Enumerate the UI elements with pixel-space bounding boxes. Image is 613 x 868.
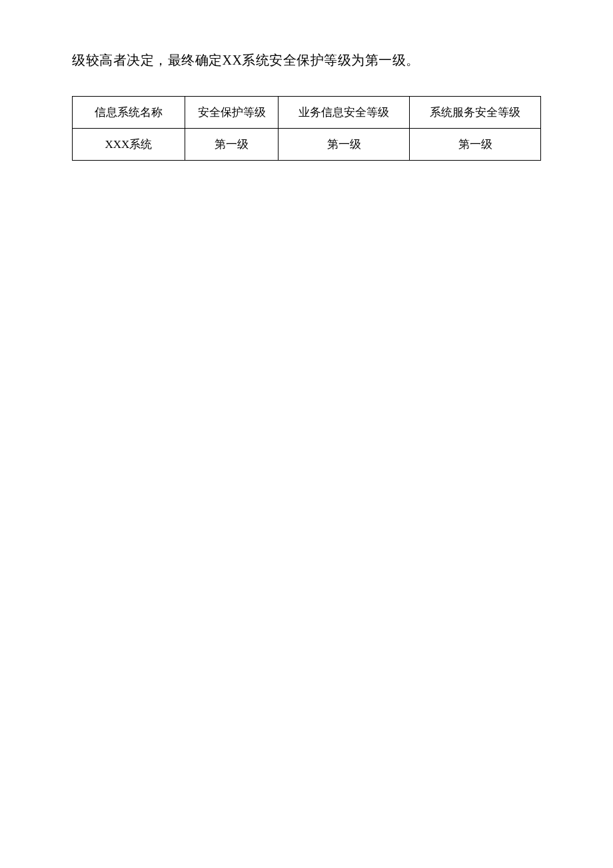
table-header-row: 信息系统名称 安全保护等级 业务信息安全等级 系统服务安全等级: [73, 97, 541, 129]
cell-business-info-level: 第一级: [279, 129, 410, 161]
cell-protection-level: 第一级: [185, 129, 279, 161]
header-service-level: 系统服务安全等级: [410, 97, 541, 129]
table-row: XXX系统 第一级 第一级 第一级: [73, 129, 541, 161]
security-level-table: 信息系统名称 安全保护等级 业务信息安全等级 系统服务安全等级 XXX系统 第一…: [72, 96, 541, 161]
cell-system-name: XXX系统: [73, 129, 185, 161]
paragraph-text: 级较高者决定，最终确定XX系统安全保护等级为第一级。: [72, 48, 541, 72]
header-protection-level: 安全保护等级: [185, 97, 279, 129]
document-page: 级较高者决定，最终确定XX系统安全保护等级为第一级。 信息系统名称 安全保护等级…: [0, 0, 613, 161]
cell-service-level: 第一级: [410, 129, 541, 161]
header-system-name: 信息系统名称: [73, 97, 185, 129]
header-business-info-level: 业务信息安全等级: [279, 97, 410, 129]
